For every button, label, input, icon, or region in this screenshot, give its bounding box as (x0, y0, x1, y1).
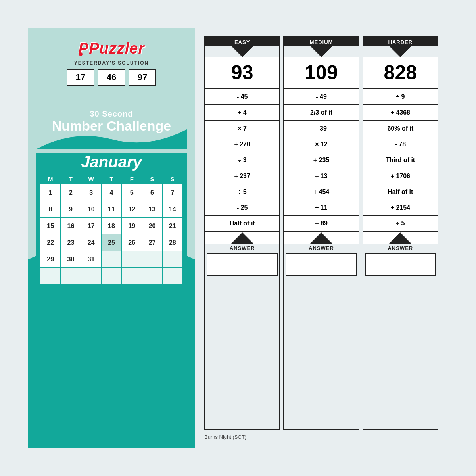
medium-top-arrow (284, 46, 358, 57)
easy-step-8: - 25 (205, 200, 279, 216)
left-top-section: P Puzzler YESTERDAY'S SOLUTION 17 46 97 (36, 40, 187, 94)
easy-header: EASY (205, 37, 279, 46)
harder-bottom-arrow (363, 232, 438, 244)
cal-1: 1 (40, 184, 61, 201)
cal-empty-5 (40, 268, 61, 284)
columns-container: EASY 93 - 45 ÷ 4 × 7 + 270 ÷ 3 + 237 ÷ 5… (203, 36, 440, 430)
harder-answer-label: ANSWER (363, 244, 438, 252)
cal-15: 15 (40, 218, 61, 234)
cal-9: 9 (61, 201, 81, 218)
day-header-sat: S (142, 174, 162, 184)
day-header-tue: T (61, 174, 81, 184)
harder-answer-box[interactable] (365, 253, 436, 276)
easy-step-2: ÷ 4 (205, 105, 279, 121)
cal-14: 14 (162, 201, 182, 218)
day-header-mon: M (40, 174, 61, 184)
easy-column: EASY 93 - 45 ÷ 4 × 7 + 270 ÷ 3 + 237 ÷ 5… (204, 36, 280, 430)
calendar-grid: M T W T F S S 1 2 3 4 5 6 7 (40, 174, 183, 284)
cal-28: 28 (162, 234, 182, 251)
medium-step-9: + 89 (284, 216, 358, 232)
harder-step-4: - 78 (363, 136, 438, 152)
calendar-header-row: M T W T F S S (40, 174, 183, 184)
calendar-row-5: 29 30 31 (40, 251, 183, 268)
cal-2: 2 (61, 184, 81, 201)
cal-empty-3 (142, 251, 162, 268)
cal-11: 11 (101, 201, 121, 218)
easy-step-3: × 7 (205, 121, 279, 136)
harder-step-1: ÷ 9 (363, 89, 438, 105)
cal-3: 3 (81, 184, 101, 201)
yesterday-label: YESTERDAY'S SOLUTION (74, 60, 149, 66)
cal-30: 30 (61, 251, 81, 268)
harder-header: HARDER (363, 37, 438, 46)
medium-step-6: ÷ 13 (284, 168, 358, 184)
harder-step-9: ÷ 5 (363, 216, 438, 232)
cal-empty-7 (81, 268, 101, 284)
harder-column: HARDER 828 ÷ 9 + 4368 60% of it - 78 Thi… (363, 36, 438, 430)
harder-step-3: 60% of it (363, 121, 438, 136)
cal-empty-8 (101, 268, 121, 284)
easy-number: 93 (205, 57, 279, 89)
solution-boxes: 17 46 97 (67, 69, 156, 86)
right-panel: EASY 93 - 45 ÷ 4 × 7 + 270 ÷ 3 + 237 ÷ 5… (195, 28, 448, 448)
harder-top-arrow (363, 46, 438, 57)
cal-26: 26 (122, 234, 142, 251)
cal-22: 22 (40, 234, 61, 251)
medium-step-3: - 39 (284, 121, 358, 136)
easy-answer-label: ANSWER (205, 244, 279, 252)
month-title: January (81, 153, 142, 171)
solution-1: 17 (67, 69, 94, 86)
day-header-wed: W (81, 174, 101, 184)
harder-step-5: Third of it (363, 152, 438, 168)
cal-empty-1 (101, 251, 121, 268)
day-header-thu: T (101, 174, 121, 184)
harder-step-8: + 2154 (363, 200, 438, 216)
cal-6: 6 (142, 184, 162, 201)
cal-7: 7 (162, 184, 182, 201)
cal-10: 10 (81, 201, 101, 218)
medium-step-5: + 235 (284, 152, 358, 168)
easy-step-9: Half of it (205, 216, 279, 232)
calendar-section: January M T W T F S S 1 2 3 4 5 6 (36, 153, 187, 440)
cal-23: 23 (61, 234, 81, 251)
medium-column: MEDIUM 109 - 49 2/3 of it - 39 × 12 + 23… (283, 36, 359, 430)
easy-step-5: ÷ 3 (205, 152, 279, 168)
cal-20: 20 (142, 218, 162, 234)
cal-4: 4 (101, 184, 121, 201)
puzzler-logo: P Puzzler (79, 40, 144, 57)
easy-step-1: - 45 (205, 89, 279, 105)
thirty-second-label: 30 Second (52, 109, 171, 119)
cal-8: 8 (40, 201, 61, 218)
logo-text: Puzzler (89, 40, 144, 57)
cal-5: 5 (122, 184, 142, 201)
cal-empty-10 (142, 268, 162, 284)
harder-step-6: + 1706 (363, 168, 438, 184)
left-panel: P Puzzler YESTERDAY'S SOLUTION 17 46 97 … (28, 28, 195, 448)
cal-empty-11 (162, 268, 182, 284)
easy-top-arrow (205, 46, 279, 57)
calendar-row-3: 15 16 17 18 19 20 21 (40, 218, 183, 234)
easy-bottom-arrow (205, 232, 279, 244)
easy-step-6: + 237 (205, 168, 279, 184)
solution-3: 97 (129, 69, 156, 86)
easy-step-4: + 270 (205, 136, 279, 152)
harder-step-2: + 4368 (363, 105, 438, 121)
medium-step-1: - 49 (284, 89, 358, 105)
calendar-row-4: 22 23 24 25 26 27 28 (40, 234, 183, 251)
harder-step-7: Half of it (363, 184, 438, 200)
day-header-fri: F (122, 174, 142, 184)
cal-25: 25 (101, 234, 121, 251)
day-header-sun: S (162, 174, 182, 184)
cal-empty-4 (162, 251, 182, 268)
medium-bottom-arrow (284, 232, 358, 244)
wave-divider (36, 129, 187, 149)
medium-number: 109 (284, 57, 358, 89)
medium-answer-label: ANSWER (284, 244, 358, 252)
easy-answer-box[interactable] (207, 253, 278, 276)
cal-29: 29 (40, 251, 61, 268)
medium-answer-box[interactable] (286, 253, 357, 276)
cal-13: 13 (142, 201, 162, 218)
calendar-row-1: 1 2 3 4 5 6 7 (40, 184, 183, 201)
cal-empty-6 (61, 268, 81, 284)
solution-2: 46 (98, 69, 125, 86)
